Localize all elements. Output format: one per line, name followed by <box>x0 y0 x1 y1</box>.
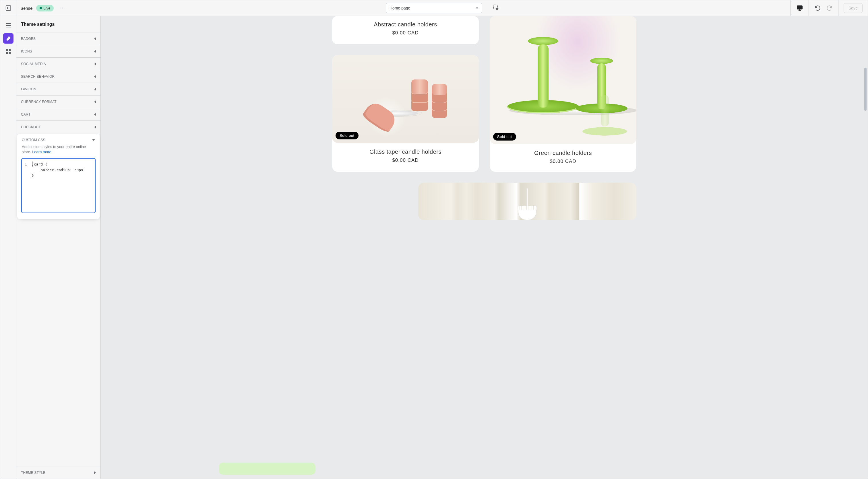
chevron-left-icon <box>94 126 96 129</box>
custom-css-editor[interactable]: 1 .card { border-radius: 30px } <box>21 158 96 213</box>
status-badge-label: Live <box>43 6 51 10</box>
more-actions-button[interactable] <box>57 3 68 13</box>
exit-editor-button[interactable] <box>0 0 17 16</box>
sidebar-bottom: THEME STYLE <box>17 466 100 479</box>
svg-rect-8 <box>6 27 11 28</box>
rail-app-embeds[interactable] <box>3 46 13 57</box>
product-title: Glass taper candle holders <box>338 148 473 155</box>
rail-sections[interactable] <box>3 20 13 30</box>
status-badge: Live <box>36 5 54 11</box>
svg-rect-7 <box>6 25 11 26</box>
product-card-green[interactable]: Sold out Green candle holders $0.00 CAD <box>490 16 637 172</box>
inspector-toggle[interactable] <box>490 2 502 14</box>
scrollbar-thumb[interactable] <box>864 68 867 111</box>
topbar-center: Home page ▼ <box>386 3 482 13</box>
sidebar-item-favicon[interactable]: FAVICON <box>17 82 100 95</box>
custom-css-title: CUSTOM CSS <box>22 138 45 142</box>
sidebar-item-social-media[interactable]: SOCIAL MEDIA <box>17 57 100 70</box>
sidebar-item-label: FAVICON <box>21 87 36 91</box>
chevron-left-icon <box>94 37 96 40</box>
svg-rect-10 <box>6 49 7 51</box>
custom-css-description: Add custom styles to your entire online … <box>17 144 100 158</box>
sidebar-item-label: CART <box>21 112 30 116</box>
redo-button[interactable] <box>826 4 833 12</box>
vase-shape <box>411 79 428 111</box>
sidebar-list: BADGES ICONS SOCIAL MEDIA SEARCH BEHAVIO… <box>17 32 100 219</box>
preview-scrollbar[interactable] <box>863 16 867 479</box>
svg-rect-5 <box>797 6 802 9</box>
sidebar-item-icons[interactable]: ICONS <box>17 45 100 57</box>
theme-preview[interactable]: Abstract candle holders $0.00 CAD Sold o… <box>101 16 868 479</box>
page-selector[interactable]: Home page ▼ <box>386 3 482 13</box>
chevron-left-icon <box>94 113 96 116</box>
custom-css-header[interactable]: CUSTOM CSS <box>17 134 100 144</box>
chevron-left-icon <box>94 88 96 91</box>
svg-point-2 <box>62 8 63 9</box>
svg-point-3 <box>64 8 65 9</box>
theme-name: Sense <box>17 6 37 11</box>
sidebar-item-label: CHECKOUT <box>21 125 41 129</box>
chevron-left-icon <box>94 100 96 103</box>
desktop-icon <box>796 5 803 11</box>
chevron-left-icon <box>94 50 96 53</box>
settings-sidebar: Theme settings BADGES ICONS SOCIAL MEDIA… <box>17 16 101 479</box>
sidebar-item-label: BADGES <box>21 37 36 41</box>
product-card-taper[interactable]: Sold out Glass taper candle holders $0.0… <box>332 55 479 172</box>
product-title: Abstract candle holders <box>338 21 473 28</box>
vase-shape <box>432 84 447 118</box>
svg-point-9 <box>6 39 7 40</box>
sold-out-badge: Sold out <box>336 132 359 139</box>
editor-shell: Theme settings BADGES ICONS SOCIAL MEDIA… <box>0 16 868 479</box>
product-meta: Glass taper candle holders $0.00 CAD <box>332 143 479 171</box>
sidebar-item-label: SOCIAL MEDIA <box>21 62 46 66</box>
inspector-cursor-icon <box>493 4 499 11</box>
left-rail <box>0 16 17 479</box>
desktop-preview-button[interactable] <box>796 4 803 12</box>
sidebar-item-custom-css: CUSTOM CSS Add custom styles to your ent… <box>17 134 100 219</box>
kebab-icon <box>60 5 65 11</box>
rail-theme-settings[interactable] <box>3 33 13 44</box>
sidebar-item-checkout[interactable]: CHECKOUT <box>17 121 100 133</box>
redo-icon <box>826 5 833 11</box>
svg-point-1 <box>61 8 62 9</box>
chevron-down-icon: ▼ <box>476 7 478 10</box>
preview-accent-strip <box>219 463 315 475</box>
candle-reflection <box>579 127 631 136</box>
product-title: Green candle holders <box>495 150 631 156</box>
undo-icon <box>814 5 821 11</box>
sidebar-item-currency-format[interactable]: CURRENCY FORMAT <box>17 95 100 108</box>
chevron-down-icon <box>92 139 95 141</box>
topbar-left: Sense Live <box>0 0 68 16</box>
svg-rect-12 <box>6 52 7 54</box>
save-button[interactable]: Save <box>844 3 863 13</box>
product-image-green: Sold out <box>490 16 637 144</box>
sidebar-item-label: SEARCH BEHAVIOR <box>21 75 55 78</box>
undo-button[interactable] <box>814 4 822 12</box>
learn-more-link[interactable]: Learn more <box>32 150 51 154</box>
svg-rect-6 <box>6 23 11 24</box>
sidebar-item-search-behavior[interactable]: SEARCH BEHAVIOR <box>17 70 100 82</box>
product-image-taper: Sold out <box>332 55 479 143</box>
sections-icon <box>5 22 11 28</box>
text-caret <box>32 162 32 167</box>
candle-holder-large <box>507 100 579 113</box>
product-card-abstract[interactable]: Abstract candle holders $0.00 CAD <box>332 16 479 44</box>
product-meta: Green candle holders $0.00 CAD <box>490 144 637 172</box>
history-group <box>809 0 838 16</box>
lamp-shape <box>518 206 536 220</box>
sidebar-title: Theme settings <box>17 16 100 32</box>
svg-rect-11 <box>9 49 10 51</box>
sidebar-item-cart[interactable]: CART <box>17 108 100 121</box>
sidebar-item-theme-style[interactable]: THEME STYLE <box>17 466 100 479</box>
sidebar-item-label: ICONS <box>21 49 32 53</box>
line-number: 1 <box>25 162 27 167</box>
banner-image[interactable] <box>418 183 637 220</box>
custom-css-desc-text: Add custom styles to <box>22 144 57 149</box>
apps-icon <box>5 48 11 55</box>
product-price: $0.00 CAD <box>338 30 473 36</box>
sidebar-item-badges[interactable]: BADGES <box>17 32 100 45</box>
sidebar-item-label: THEME STYLE <box>21 471 45 475</box>
exit-icon <box>5 5 11 11</box>
chevron-left-icon <box>94 63 96 65</box>
sold-out-badge: Sold out <box>493 133 516 141</box>
